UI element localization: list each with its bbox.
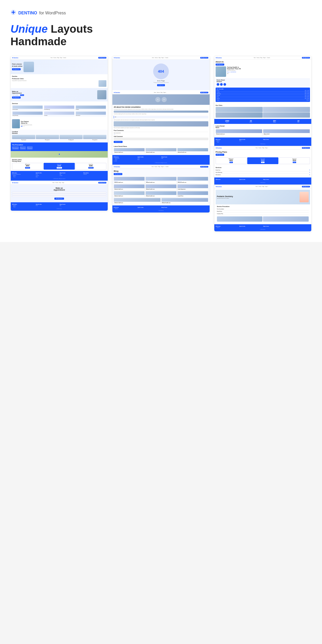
layout-card-blog: ✚ Dentino Home Services Blogs Pages ▾ Co… — [112, 56, 210, 213]
mini-footer-1c: ✚ Dentino 📍 Address 📞 Phone Quick Links … — [11, 202, 108, 211]
mini-hero-1: Find a doctor& book online Make Appointm… — [11, 60, 108, 74]
mini-nav-links-1: Home Services Blogs Pages Contacts — [51, 57, 66, 58]
mini-nav-2c: ✚ Dentino Home Services Blogs Pages 1 ▾ … — [112, 165, 209, 169]
mini-footer-1: ✚ Dentino Professional dental clinic 📍 A… — [11, 171, 108, 181]
mini-blog-post: All about free dental consultation Lorem… — [112, 105, 209, 145]
mini-services-section: Services Dental Implants Teeth Whitening — [11, 101, 108, 118]
mini-map — [11, 151, 108, 158]
hero-line2: Handmade — [10, 35, 67, 48]
mini-site-homepage: ✚ Dentino Home Services Blogs Pages Cont… — [11, 56, 108, 211]
mini-appt-page-1b: Make anAppointment Make Appointment — [11, 185, 108, 202]
mini-about: About Us Make Appointment Caring Health … — [214, 60, 311, 103]
mini-nav-3c: ✚ Dentino Home Services Blogs Pages ▾ Ma… — [214, 185, 311, 188]
mini-hero-img-1 — [24, 62, 34, 72]
mini-blog-listing: Blog Make Appointment Emergency Medical … — [112, 169, 209, 205]
svg-point-1 — [13, 12, 14, 13]
brand-logo-icon — [10, 9, 16, 16]
mini-404: 404 Error Page The page you are looking … — [112, 60, 209, 90]
mini-patient: Our PatientAbout Us Patient testimonials… — [11, 118, 108, 130]
mini-dentists: CertifiedDentists Felicia Francis Tooth … — [11, 130, 108, 142]
page-wrapper: DENTINO for WordPress Unique Layouts Han… — [0, 0, 322, 242]
mini-clinic: Our Clinic — [214, 103, 311, 119]
mini-timetable: Our Timetable Monday9:00 - 17:00 Tuesday… — [216, 88, 310, 102]
hero-heading: Unique Layouts Handmade — [10, 23, 312, 48]
mini-site-about: ✚ Dentino Home Services Blogs Pages ▾ Co… — [214, 56, 311, 232]
mini-nav-2b: ✚ Dentino Home Services Blogs Pages ▾ Ma… — [112, 91, 209, 94]
mini-pediatric: Pediatric Dentistry Specialized dental c… — [214, 188, 311, 224]
mini-profession-clinic: Dentino Profession Clinic Caring Health … — [11, 74, 108, 88]
mini-pricing: Dentino ClinicPricing Plans All Physicia… — [11, 158, 108, 171]
hero-line1-rest: Layouts — [48, 23, 93, 35]
mini-procedure: The Procedure 1Book Appointment 2Choose … — [11, 142, 108, 151]
hero-title: Unique Layouts Handmade — [10, 23, 312, 48]
mini-footer-3b: ✚ Dentino 📍 Quick Links Help Center — [214, 177, 311, 185]
mini-nav-2a: ✚ Dentino Home Services Blogs Pages ▾ Co… — [112, 56, 209, 60]
mini-stats: 1500 Patients 32 Doctors 30+ Awards 10 Y… — [214, 119, 311, 124]
mini-services-page: Services Dental Care % Teeth Whitening % — [214, 165, 311, 177]
mini-pricing-3: Pricing Plans Make Appointment All Physi… — [214, 150, 311, 165]
layouts-grid: ✚ Dentino Home Services Blogs Pages Cont… — [10, 56, 312, 232]
mini-footer-3a: ✚ Dentino 📍 Address 📞 Phone Quick Links … — [214, 137, 311, 146]
brand-header: DENTINO for WordPress — [10, 5, 312, 23]
mini-nav-3b: ✚ Dentino Home Services Blogs Pages ▾ Ma… — [214, 146, 311, 150]
mini-nav-1b: ✚ Dentino Home Services Blogs Pages Make… — [11, 181, 108, 185]
mini-footer-3c: ✚ Dentino 📍 Address Quick Links Help Cen… — [214, 224, 311, 231]
brand-name-rest: for WordPress — [39, 11, 66, 15]
layout-card-homepage: ✚ Dentino Home Services Blogs Pages Cont… — [10, 56, 108, 211]
mini-latest-news: Latest Dental News Medical health care M… — [112, 144, 209, 155]
mini-site-blog: ✚ Dentino Home Services Blogs Pages ▾ Co… — [112, 56, 209, 213]
mini-appointment-banner: Make anAppointment Free Consultation 24 … — [11, 88, 108, 101]
mini-nav-3a: ✚ Dentino Home Services Blogs Pages ▾ Co… — [214, 56, 311, 60]
mini-footer-2a: ✚ Dentino 📍 Address line 📞 Phone ✉ Email… — [112, 155, 209, 165]
brand-name-bold: DENTINO — [18, 11, 37, 15]
mini-footer-2b: ✚ Dentino 📍 Address Quick Links Help Cen… — [112, 205, 209, 212]
hero-highlight: Unique — [10, 23, 48, 35]
mini-nav-logo-1: ✚ Dentino — [12, 57, 18, 59]
mini-news-3: Latest DentalNews Medical health care Ab… — [214, 124, 311, 137]
layout-card-about: ✚ Dentino Home Services Blogs Pages ▾ Co… — [214, 56, 312, 232]
mini-nav-1: ✚ Dentino Home Services Blogs Pages Cont… — [11, 56, 108, 60]
